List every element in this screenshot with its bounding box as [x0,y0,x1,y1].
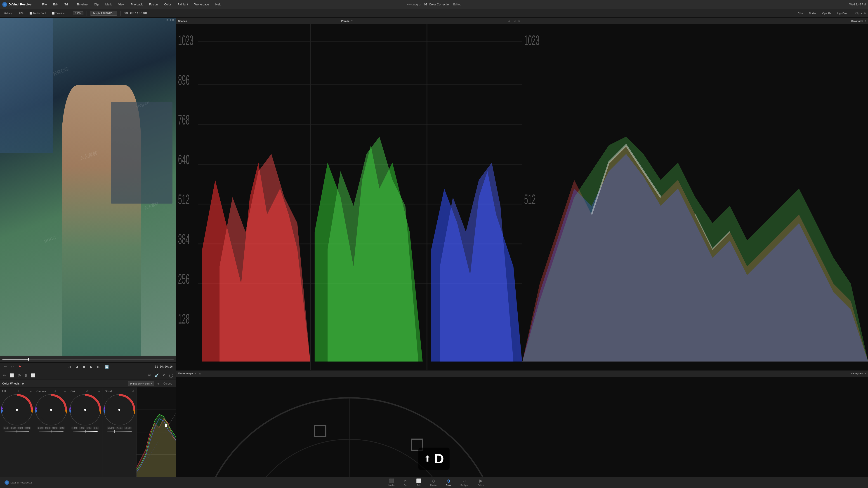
openFX-panel-btn[interactable]: OpenFX [820,11,833,15]
nav-edit[interactable]: ⬜ Edit [416,478,421,487]
clips-panel-btn[interactable]: Clips [796,11,805,15]
compare-tool[interactable]: ↶ [162,372,166,378]
menu-trim[interactable]: Trim [63,2,72,7]
offset-reset-btn[interactable]: ↺ [132,390,134,393]
node-tool[interactable]: ⬜ [9,372,15,378]
nav-cut[interactable]: ✂ Cut [403,478,407,487]
color-picker-tool[interactable]: ✏ [2,372,6,378]
media-pool-btn[interactable]: ⬜ Media Pool [28,11,48,15]
cut-nav-label: Cut [403,484,407,487]
bg-car [111,102,173,203]
nav-media[interactable]: ⬛ Media [388,478,395,487]
zoom-display[interactable]: 138% [73,11,84,15]
play-btn[interactable]: ▶ [89,365,94,369]
parade-dropdown-btn[interactable]: ▾ [351,20,352,22]
gain-slider[interactable] [73,431,98,432]
gain-wheel-svg[interactable] [69,394,101,426]
menu-edit[interactable]: Edit [52,2,59,7]
vectorscope-close-btn[interactable]: ✕ [195,372,196,375]
project-name-button[interactable]: People FINISHED ▾ [90,11,117,15]
offset-val-g: 25.00 [116,427,123,429]
lift-slider[interactable] [4,431,29,432]
grab-tool[interactable]: ◯ [168,372,174,378]
curves-svg[interactable] [136,387,176,477]
viewer-controls: ⊞ A:B [166,19,174,22]
nodes-panel-btn[interactable]: Nodes [807,11,818,15]
gamma-label-row: Gamma ↺ ⊕ [35,390,67,393]
more-tool[interactable]: ⬜ [30,372,36,378]
vectorscope-options-btn[interactable]: ⊞ [199,372,201,375]
viewer-icon-2[interactable]: A:B [170,19,174,22]
viewer-icon-1[interactable]: ⊞ [166,19,168,22]
svg-text:896: 896 [178,72,190,88]
bg-building [0,18,53,153]
undo-tool[interactable]: ↩ [10,364,15,369]
time-display: Wed 3:45 PM [849,3,866,6]
go-start-btn[interactable]: ⏮ [67,365,72,369]
menu-view[interactable]: View [117,2,126,7]
transform-tool[interactable]: ⊕ [24,372,28,378]
lift-wheel-svg[interactable] [1,394,33,426]
menu-fairlight[interactable]: Fairlight [176,2,189,7]
gallery-btn[interactable]: Gallery [2,11,14,15]
menu-file[interactable]: File [41,2,48,7]
luts-btn[interactable]: LUTs [16,11,25,15]
scope-options-btn[interactable]: ⊞ [518,20,520,22]
menu-color[interactable]: Color [163,2,173,7]
gain-expand-btn[interactable]: ⊕ [98,390,100,393]
gamma-reset-btn[interactable]: ↺ [54,390,56,393]
nav-fairlight[interactable]: ♫ Fairlight [460,479,469,487]
eyedropper-tool[interactable]: 💉 [154,372,160,378]
edited-badge: Edited [453,3,461,6]
nav-fusion[interactable]: ◇ Fusion [430,478,437,487]
menu-timeline[interactable]: Timeline [75,2,89,7]
menu-mark[interactable]: Mark [104,2,113,7]
lift-label: Lift [2,390,6,393]
lift-wheel-container: Lift ↺ ⊕ [0,387,34,477]
primaries-wheels-button[interactable]: Primaries Wheels ▾ [128,381,154,386]
offset-wheel-svg[interactable] [103,394,135,426]
prev-frame-btn[interactable]: ◀ [74,365,79,369]
clip-label[interactable]: Clip ▾ [855,12,862,15]
lift-reset-btn[interactable]: ↺ [17,390,19,393]
curves-button[interactable]: Curves [162,381,174,386]
waveform-dropdown-btn[interactable]: ▾ [865,20,866,22]
go-end-btn[interactable]: ⏭ [96,365,101,369]
menu-help[interactable]: Help [214,2,223,7]
timeline-btn[interactable]: ⬜ Timeline [50,11,66,15]
gamma-slider[interactable] [39,431,64,432]
edit-nav-icon: ⬜ [416,478,421,483]
gamma-wheel-svg[interactable] [35,394,67,426]
scope-grid-1[interactable]: ⊞ [508,20,510,22]
timeline-track[interactable] [2,359,174,360]
parade-label: Parade [341,20,349,22]
loop-btn[interactable]: 🔄 [104,365,110,369]
offset-slider[interactable] [107,431,132,432]
lift-expand-btn[interactable]: ⊕ [30,390,32,393]
menu-clip[interactable]: Clip [92,2,100,7]
scope-grid-2[interactable]: ⊟ [514,20,516,22]
gain-label-row: Gain ↺ ⊕ [69,390,101,393]
flag-tool[interactable]: ⚑ [18,364,22,369]
nav-color[interactable]: ◑ Color [446,478,452,487]
stop-btn[interactable]: ⏹ [82,365,87,369]
histogram-content: 0 10 20 30 40 50 60 70 80 90 100 [522,377,868,488]
menu-playback[interactable]: Playback [129,2,144,7]
menu-fusion[interactable]: Fusion [148,2,159,7]
nav-deliver[interactable]: ▶ Deliver [477,478,485,487]
color-nav-label: Color [446,484,452,487]
gain-val-g: 1.00 [79,427,85,429]
gain-reset-btn[interactable]: ↺ [86,390,88,393]
pencil-tool[interactable]: ✏ [3,364,8,369]
waveform-tool[interactable]: ≋ [147,372,151,378]
offset-wheel-container: Offset ↺ 25.00 [102,387,136,477]
gamma-val-b: 0.00 [52,427,58,429]
parade-pane: Scopes Parade ▾ ⊞ ⊟ ⊞ 1023 896 768 [176,18,522,370]
video-preview[interactable]: RRCG 人人素材 RRCG 人人素材 rrcg.cn ⊞ A:B [0,18,176,356]
lightbox-panel-btn[interactable]: LightBox [835,11,849,15]
histogram-panel [136,387,176,477]
mask-tool[interactable]: ◎ [17,372,22,378]
gamma-expand-btn[interactable]: ⊕ [64,390,66,393]
histogram-dropdown-btn[interactable]: ▾ [865,372,866,375]
menu-workspace[interactable]: Workspace [193,2,211,7]
